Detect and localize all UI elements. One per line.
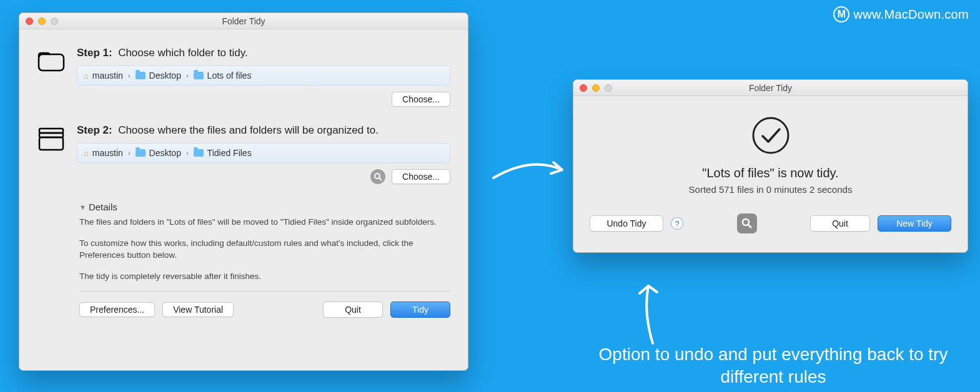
result-window: Folder Tidy "Lots of files" is now tidy.… [573, 79, 968, 253]
reveal-in-finder-icon[interactable] [370, 169, 385, 184]
svg-line-5 [379, 178, 382, 180]
svg-rect-0 [39, 54, 64, 71]
svg-point-6 [753, 118, 788, 153]
titlebar: Folder Tidy [19, 13, 468, 29]
crumb-desktop: Desktop [149, 71, 181, 81]
home-icon: ⌂ [84, 149, 89, 158]
titlebar: Folder Tidy [573, 80, 968, 96]
watermark-text: www.MacDown.com [853, 7, 969, 22]
folder-small-icon [136, 72, 146, 79]
window-title: Folder Tidy [19, 16, 468, 26]
caption-text: Option to undo and put everything back t… [586, 343, 961, 389]
watermark: M www.MacDown.com [833, 6, 969, 22]
undo-tidy-button[interactable]: Undo Tidy [590, 215, 663, 232]
svg-rect-3 [39, 137, 63, 150]
stacked-folders-icon [37, 127, 65, 152]
result-title: "Lots of files" is now tidy. [586, 166, 955, 180]
result-subtitle: Sorted 571 files in 0 minutes 2 seconds [586, 184, 955, 195]
folder-small-icon [194, 72, 204, 79]
crumb-target: Lots of files [207, 71, 252, 81]
triangle-down-icon: ▼ [79, 203, 86, 211]
tidy-button[interactable]: Tidy [390, 301, 450, 318]
quit-button[interactable]: Quit [323, 301, 383, 318]
preferences-button[interactable]: Preferences... [79, 302, 155, 317]
folder-small-icon [136, 149, 146, 157]
new-tidy-button[interactable]: New Tidy [878, 215, 951, 232]
arrow-up-icon [625, 275, 681, 350]
crumb-user: maustin [92, 71, 123, 81]
source-path: ⌂maustin › Desktop › Lots of files [77, 66, 450, 86]
svg-line-8 [748, 225, 751, 228]
main-window: Folder Tidy Step 1: Choose which folder … [19, 12, 468, 371]
home-icon: ⌂ [84, 71, 89, 81]
choose-source-button[interactable]: Choose... [392, 92, 450, 107]
svg-point-4 [375, 174, 380, 179]
step1-title: Step 1: Choose which folder to tidy. [77, 47, 450, 59]
destination-path: ⌂maustin › Desktop › Tidied Files [77, 143, 450, 163]
folder-small-icon [194, 149, 204, 157]
crumb-user: maustin [92, 148, 123, 158]
help-icon[interactable]: ? [671, 217, 683, 230]
window-title: Folder Tidy [573, 83, 968, 93]
details-label: Details [89, 202, 117, 212]
arrow-right-icon [487, 150, 575, 194]
folder-icon [37, 49, 65, 72]
details-disclosure[interactable]: ▼ Details [79, 202, 450, 212]
search-icon[interactable] [737, 213, 757, 233]
watermark-logo-icon: M [833, 6, 849, 22]
view-tutorial-button[interactable]: View Tutorial [162, 302, 234, 317]
crumb-tidied: Tidied Files [207, 148, 252, 158]
quit-button[interactable]: Quit [810, 215, 870, 232]
svg-point-7 [743, 219, 749, 225]
details-text: The files and folders in "Lots of files"… [79, 216, 439, 282]
choose-destination-button[interactable]: Choose... [392, 169, 450, 184]
step2-title: Step 2: Choose where the files and folde… [77, 124, 450, 137]
checkmark-circle-icon [751, 116, 790, 155]
crumb-desktop: Desktop [149, 148, 181, 158]
